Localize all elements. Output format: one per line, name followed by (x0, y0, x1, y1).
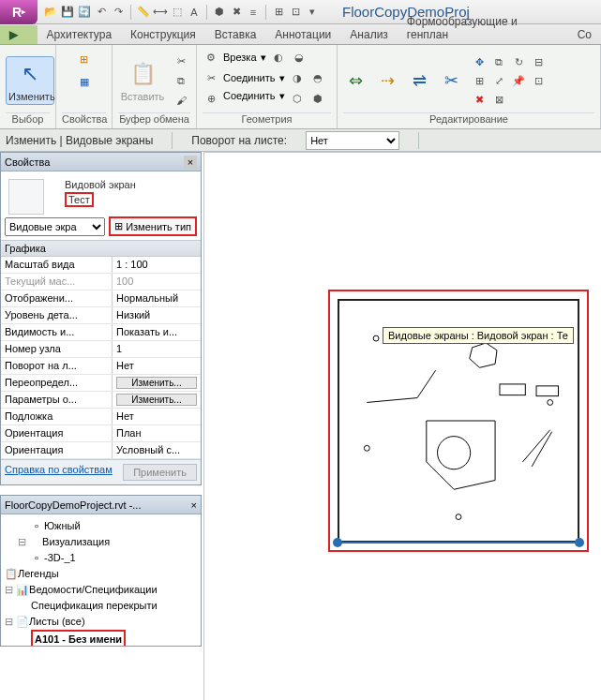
property-row[interactable]: Видимость и...Показать и... (1, 324, 201, 341)
array-icon[interactable]: ⊞ (471, 72, 488, 89)
group-icon[interactable]: ⊠ (490, 91, 507, 108)
close-icon[interactable]: × (191, 499, 197, 511)
tab-annotate[interactable]: Аннотации (265, 25, 340, 44)
category-graphics[interactable]: Графика (1, 240, 201, 257)
properties-help-link[interactable]: Справка по свойствам (5, 464, 113, 481)
property-row[interactable]: ОриентацияПлан (1, 425, 201, 442)
paste-button[interactable]: 📋Вставить (118, 59, 167, 102)
property-value[interactable]: План (112, 425, 201, 441)
mirror-icon[interactable]: ⇌ (407, 68, 431, 93)
type-properties-icon[interactable]: ⊞ (68, 49, 101, 69)
type-selector[interactable]: Видовой экран Тест (1, 171, 201, 213)
property-value[interactable]: 1 : 100 (112, 257, 201, 273)
property-value[interactable]: Нет (112, 409, 201, 424)
text-icon[interactable]: A (187, 5, 202, 20)
split-icon[interactable]: ✂ (439, 68, 463, 93)
tree-node-label: -3D-_1 (44, 552, 76, 563)
property-row[interactable]: Отображени...Нормальный (1, 290, 201, 307)
pin-icon[interactable]: 📌 (510, 72, 527, 89)
icon-e[interactable]: ⬡ (289, 90, 306, 107)
trim-icon[interactable]: ⊟ (530, 53, 547, 70)
open-icon[interactable]: 📂 (43, 5, 58, 20)
copy2-icon[interactable]: ⧉ (490, 53, 507, 70)
tree-node[interactable]: Спецификация перекрыти (5, 598, 197, 614)
app-menu-button[interactable]: R▸ (0, 0, 38, 24)
filter-select[interactable]: Видовые экра (5, 217, 105, 236)
property-value[interactable]: Низкий (112, 307, 201, 323)
property-value[interactable]: Нет (112, 358, 201, 374)
property-value[interactable]: Условный с... (112, 442, 201, 458)
delete-icon[interactable]: ✖ (471, 91, 488, 108)
icon-c[interactable]: ◑ (289, 69, 306, 86)
cut-geo-icon[interactable]: ✂ (203, 69, 219, 86)
properties-icon[interactable]: ▦ (68, 71, 101, 92)
tree-node[interactable]: ▫Южный (5, 518, 197, 534)
tree-node[interactable]: 📊Ведомости/Спецификации (5, 582, 197, 598)
drawing-canvas[interactable]: Видовые экраны : Видовой экран : Те (203, 152, 601, 700)
property-row[interactable]: Номер узла1 (1, 341, 201, 358)
redo-icon[interactable]: ↷ (111, 5, 126, 20)
icon-f[interactable]: ⬢ (309, 90, 326, 107)
switch-window-icon[interactable]: ⊡ (288, 5, 303, 20)
tab-insert[interactable]: Вставка (205, 25, 266, 44)
icon-a[interactable]: ◐ (270, 49, 287, 66)
unpin-icon[interactable]: ⊡ (530, 72, 547, 89)
3d-icon[interactable]: ⬢ (212, 5, 227, 20)
dropdown-icon[interactable]: ▾ (305, 5, 320, 20)
tag-icon[interactable]: ⬚ (170, 5, 185, 20)
section-icon[interactable]: ✖ (229, 5, 244, 20)
tab-structure[interactable]: Конструкция (121, 25, 205, 44)
save-icon[interactable]: 💾 (60, 5, 75, 20)
property-row[interactable]: Уровень дета...Низкий (1, 307, 201, 324)
tab-collab[interactable]: Со (568, 25, 601, 44)
move-icon[interactable]: ✥ (471, 53, 488, 70)
tree-node[interactable]: A101 - Без имени (5, 630, 197, 646)
scale-icon[interactable]: ⤢ (490, 72, 507, 89)
close-hidden-icon[interactable]: ⊞ (271, 5, 286, 20)
cut-icon[interactable]: ✂ (173, 52, 189, 69)
tree-node-label: Ведомости/Спецификации (29, 584, 158, 595)
dimension-icon[interactable]: ⟷ (153, 5, 168, 20)
tab-analyze[interactable]: Анализ (340, 25, 398, 44)
property-name: Ориентация (1, 425, 112, 441)
property-value[interactable]: Изменить... (112, 375, 201, 391)
icon-b[interactable]: ◒ (291, 49, 308, 66)
property-row[interactable]: Текущий мас...100 (1, 274, 201, 290)
rotation-select[interactable]: Нет (306, 131, 399, 150)
modify-button[interactable]: ↖Изменить (6, 56, 54, 105)
rotate-icon[interactable]: ↻ (510, 53, 527, 70)
align-icon[interactable]: ⇔ (343, 68, 368, 93)
tree-node[interactable]: ▫-3D-_1 (5, 550, 197, 566)
property-row[interactable]: Масштаб вида1 : 100 (1, 257, 201, 274)
property-row[interactable]: Параметры о...Изменить... (1, 392, 201, 409)
property-value[interactable]: Изменить... (112, 392, 201, 408)
tab-massing[interactable]: Формообразующие и генплан (398, 12, 568, 44)
property-row[interactable]: Переопредел...Изменить... (1, 375, 201, 392)
sync-icon[interactable]: 🔄 (77, 5, 92, 20)
property-row[interactable]: Поворот на л...Нет (1, 358, 201, 375)
thin-lines-icon[interactable]: ≡ (246, 5, 261, 20)
apply-button[interactable]: Применить (123, 464, 197, 481)
property-value[interactable]: 1 (112, 341, 201, 357)
property-row[interactable]: ПодложкаНет (1, 409, 201, 425)
property-value[interactable]: 100 (112, 274, 201, 290)
property-value[interactable]: Нормальный (112, 290, 201, 306)
edit-type-button[interactable]: ⊞Изменить тип (109, 216, 197, 236)
cope-icon[interactable]: ⚙ (203, 49, 219, 66)
copy-icon[interactable]: ⧉ (173, 72, 189, 89)
undo-icon[interactable]: ↶ (94, 5, 109, 20)
match-icon[interactable]: 🖌 (173, 92, 189, 109)
tab-modify-context[interactable]: ▶ (0, 25, 38, 44)
tree-node[interactable]: Визуализация (5, 534, 197, 550)
property-row[interactable]: ОриентацияУсловный с... (1, 442, 201, 459)
tree-node[interactable]: 📄Листы (все) (5, 614, 197, 630)
close-icon[interactable]: × (184, 156, 197, 169)
offset-icon[interactable]: ⇢ (375, 68, 399, 93)
tree-view[interactable]: ▫ЮжныйВизуализация▫-3D-_1📋Легенды📊Ведомо… (1, 514, 201, 646)
tab-architecture[interactable]: Архитектура (38, 25, 122, 44)
icon-d[interactable]: ◓ (309, 69, 326, 86)
property-value[interactable]: Показать и... (112, 324, 201, 340)
tree-node[interactable]: 📋Легенды (5, 566, 197, 582)
join-icon[interactable]: ⊕ (203, 90, 219, 107)
measure-icon[interactable]: 📏 (136, 5, 151, 20)
